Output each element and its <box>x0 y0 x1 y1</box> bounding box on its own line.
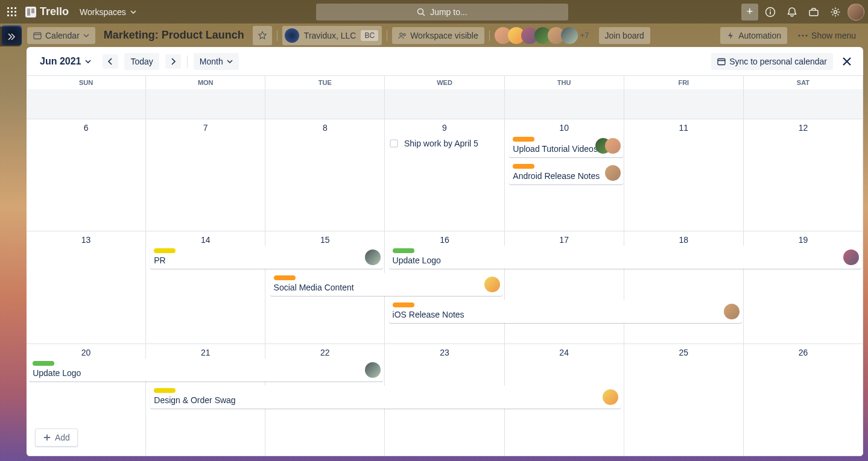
dots-icon <box>798 34 808 37</box>
calendar-cell[interactable]: 26 <box>744 344 863 456</box>
calendar-cell[interactable]: 7 <box>146 119 265 231</box>
label-orange <box>513 137 534 142</box>
label-orange <box>274 275 296 280</box>
automation-button[interactable]: Automation <box>720 27 787 44</box>
add-card-button[interactable]: Add <box>35 428 78 447</box>
calendar-cell[interactable]: 6 <box>27 119 146 231</box>
calendar-cell[interactable]: 13 <box>27 231 146 343</box>
card-member-avatar <box>484 277 500 292</box>
calendar-cell[interactable] <box>385 89 504 119</box>
card-android-notes[interactable]: Android Release Notes <box>509 162 623 184</box>
expand-sidebar-button[interactable] <box>0 27 22 46</box>
calendar-cell[interactable]: 25 <box>624 344 744 456</box>
calendar-cell[interactable] <box>27 89 146 119</box>
day-header: MON <box>146 76 265 89</box>
calendar-cell[interactable] <box>505 89 624 119</box>
day-header: THU <box>505 76 624 89</box>
card-members <box>595 138 621 154</box>
svg-rect-8 <box>14 14 16 16</box>
svg-line-10 <box>423 13 425 16</box>
top-navbar: Trello Workspaces Jump to... + <box>0 0 868 24</box>
prev-month-button[interactable] <box>103 54 118 69</box>
board-header: Calendar Marketing: Product Launch Travi… <box>0 24 868 47</box>
chevron-right-double-icon <box>7 33 15 41</box>
svg-rect-23 <box>718 58 725 64</box>
calendar-cell[interactable] <box>624 89 744 119</box>
board-title[interactable]: Marketing: Product Launch <box>100 29 248 42</box>
logo-text: Trello <box>40 5 69 18</box>
calendar-grid: 6 7 8 9 10 11 12 13 14 15 16 17 18 19 20… <box>27 89 863 456</box>
label-yellow <box>154 248 176 253</box>
workspace-icon <box>285 28 299 43</box>
trello-logo[interactable]: Trello <box>25 5 69 18</box>
card-update-logo[interactable]: Update Logo <box>389 246 862 269</box>
card-member-avatar <box>603 389 618 405</box>
svg-rect-2 <box>14 7 16 9</box>
card-ios-notes[interactable]: iOS Release Notes <box>389 300 742 323</box>
today-button[interactable]: Today <box>124 53 159 70</box>
card-member-avatar <box>365 249 381 265</box>
visibility-button[interactable]: Workspace visible <box>392 27 484 44</box>
settings-button[interactable] <box>826 2 845 22</box>
svg-point-19 <box>404 33 405 35</box>
svg-point-21 <box>802 34 803 36</box>
card-update-logo-2[interactable]: Update Logo <box>29 359 383 381</box>
calendar-cell[interactable] <box>744 89 863 119</box>
day-headers: SUN MON TUE WED THU FRI SAT <box>27 76 863 89</box>
calendar-cell[interactable] <box>265 89 385 119</box>
apps-grid-icon <box>7 7 17 17</box>
svg-point-9 <box>418 8 423 14</box>
calendar-cell[interactable]: 11 <box>624 119 744 231</box>
label-green <box>393 248 414 253</box>
calendar-cell[interactable]: 12 <box>744 119 863 231</box>
create-button[interactable]: + <box>741 4 758 20</box>
day-header: TUE <box>265 76 385 89</box>
close-calendar-button[interactable] <box>839 54 855 69</box>
briefcase-button[interactable] <box>804 2 823 22</box>
svg-point-15 <box>834 10 837 13</box>
day-header: SAT <box>744 76 863 89</box>
apps-button[interactable] <box>4 4 21 20</box>
card-member-avatar <box>724 304 740 319</box>
workspace-button[interactable]: Travidux, LLC BC <box>282 26 382 45</box>
calendar-icon <box>717 57 726 66</box>
member-overflow[interactable]: +7 <box>578 31 589 40</box>
card-social-media[interactable]: Social Media Content <box>270 273 503 296</box>
gear-icon <box>830 7 841 17</box>
calendar-cell[interactable] <box>146 89 265 119</box>
notifications-button[interactable] <box>782 2 802 22</box>
card-design-swag[interactable]: Design & Order Swag <box>150 386 620 409</box>
view-range-dropdown[interactable]: Month <box>194 53 239 70</box>
trello-logo-icon <box>25 7 36 17</box>
board-members[interactable]: +7 <box>495 27 589 44</box>
calendar-toolbar: Jun 2021 Today Month Sync to personal ca… <box>27 47 863 76</box>
svg-point-18 <box>400 33 402 35</box>
bell-icon <box>787 7 797 17</box>
calendar-cell[interactable]: 8 <box>265 119 385 231</box>
current-month-dropdown[interactable]: Jun 2021 <box>35 54 97 69</box>
svg-point-20 <box>798 34 800 36</box>
sync-calendar-button[interactable]: Sync to personal calendar <box>711 53 833 70</box>
view-switcher[interactable]: Calendar <box>27 27 95 44</box>
card-member-avatar <box>605 165 621 181</box>
search-icon <box>417 8 425 16</box>
calendar-view: Jun 2021 Today Month Sync to personal ca… <box>27 47 863 456</box>
join-board-button[interactable]: Join board <box>599 27 650 44</box>
user-avatar[interactable] <box>847 4 864 20</box>
search-input[interactable]: Jump to... <box>316 4 568 20</box>
next-month-button[interactable] <box>165 54 181 69</box>
workspaces-dropdown[interactable]: Workspaces <box>74 5 143 19</box>
svg-point-12 <box>770 9 771 10</box>
star-icon <box>258 31 267 40</box>
calendar-cell[interactable]: 9 <box>385 119 504 231</box>
info-button[interactable] <box>761 2 780 22</box>
bolt-icon <box>726 31 735 40</box>
card-upload-tutorial[interactable]: Upload Tutorial Videos <box>509 134 623 157</box>
label-orange <box>393 303 414 307</box>
star-button[interactable] <box>253 26 272 45</box>
close-icon <box>841 56 852 67</box>
show-menu-button[interactable]: Show menu <box>792 27 862 44</box>
svg-rect-6 <box>7 14 9 16</box>
card-pr[interactable]: PR <box>150 246 383 269</box>
member-avatar[interactable] <box>561 27 578 44</box>
